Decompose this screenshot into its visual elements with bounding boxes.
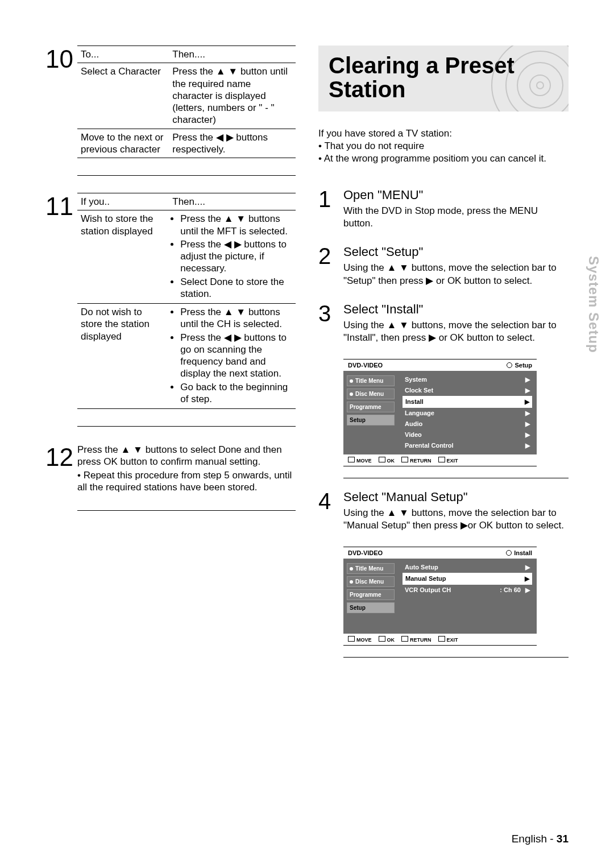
osd-left-item: Setup — [350, 605, 366, 611]
osd-left-item: Title Menu — [355, 565, 383, 572]
chevron-right-icon — [525, 376, 530, 383]
r-step-3: 3 Select "Install" Using the ▲ ▼ buttons… — [318, 302, 569, 344]
step-11: 11 If you.. Then.... Wish to store the s… — [45, 193, 296, 409]
li: Press the ◀ ▶ buttons to adjust the pict… — [180, 238, 292, 275]
disc-icon — [489, 46, 569, 111]
intro-bullet: At the wrong programme positiom you can … — [318, 152, 569, 165]
footer-lang: English - — [512, 833, 557, 845]
cell-then: Press the ▲ ▼ buttons until the CH is se… — [169, 304, 296, 409]
step11-table: If you.. Then.... Wish to store the stat… — [77, 193, 296, 409]
r-head: Select "Setup" — [343, 245, 569, 259]
chevron-right-icon — [525, 442, 530, 449]
step-12: 12 Press the ▲ ▼ buttons to select Done … — [45, 444, 296, 493]
step-number: 12 — [45, 444, 77, 493]
r-text: With the DVD in Stop mode, press the MEN… — [343, 205, 569, 230]
osd-crumb: Setup — [515, 362, 532, 369]
r-head: Select "Install" — [343, 302, 569, 317]
step-10: 10 To... Then.... Select a Character Pre… — [45, 46, 296, 158]
li: Press the ▲ ▼ buttons until the MFT is s… — [180, 213, 292, 237]
chevron-right-icon — [525, 398, 529, 406]
chevron-right-icon — [525, 410, 530, 417]
osd-right-menu: System Clock Set Install Language Audio … — [398, 371, 537, 454]
r-head: Select "Manual Setup" — [343, 490, 569, 505]
th-then: Then.... — [169, 193, 296, 210]
svg-point-3 — [530, 75, 550, 96]
osd-left-item: Disc Menu — [355, 578, 384, 585]
osd-menu-item: Video — [405, 431, 422, 439]
th-then: Then.... — [169, 46, 296, 63]
side-tab: System Setup — [586, 256, 601, 353]
cell-then: Press the ◀ ▶ buttons respectively. — [169, 129, 296, 158]
footer-page: 31 — [557, 833, 569, 845]
step-number: 4 — [318, 490, 343, 532]
osd-foot-item: OK — [387, 637, 395, 643]
chevron-right-icon — [525, 586, 530, 594]
r-text: Using the ▲ ▼ buttons, move the selectio… — [343, 262, 569, 287]
divider — [77, 175, 296, 176]
step10-table: To... Then.... Select a Character Press … — [77, 46, 296, 158]
chevron-right-icon — [525, 564, 530, 571]
th-to: To... — [77, 46, 169, 63]
osd-left-item: Disc Menu — [355, 391, 384, 397]
svg-point-2 — [517, 63, 563, 108]
th-if: If you.. — [77, 193, 169, 210]
chevron-right-icon — [525, 431, 530, 439]
page-footer: English - 31 — [512, 833, 569, 845]
osd-menu-item: VCR Output CH — [405, 586, 451, 594]
r-step-2: 2 Select "Setup" Using the ▲ ▼ buttons, … — [318, 245, 569, 287]
step-number: 3 — [318, 302, 343, 344]
svg-point-4 — [537, 82, 544, 89]
chevron-right-icon — [525, 420, 530, 428]
li: Select Done to store the station. — [180, 276, 292, 300]
step-number: 10 — [45, 46, 77, 158]
osd-menu-item: Language — [405, 410, 434, 417]
step12-line2: • Repeat this procedure from step 5 onwa… — [77, 469, 296, 494]
r-step-4: 4 Select "Manual Setup" Using the ▲ ▼ bu… — [318, 490, 569, 532]
osd-menu-item: Parental Control — [405, 442, 454, 449]
divider — [77, 510, 296, 511]
osd-setup-screenshot: DVD-VIDEO Setup Title Menu Disc Menu Pro… — [343, 359, 537, 466]
section-title-box: Clearing a Preset Station — [318, 46, 569, 111]
osd-menu-item: System — [405, 376, 427, 383]
osd-left-item: Setup — [350, 417, 366, 423]
svg-point-1 — [506, 51, 569, 111]
divider — [77, 426, 296, 427]
osd-menu-item: Auto Setup — [405, 564, 438, 571]
step-number: 11 — [45, 193, 77, 409]
divider — [343, 478, 569, 478]
step-number: 1 — [318, 188, 343, 230]
osd-left-item: Programme — [350, 592, 381, 598]
osd-foot-item: EXIT — [447, 458, 458, 464]
cell-to: Move to the next or previous character — [77, 129, 169, 158]
step12-line1: Press the ▲ ▼ buttons to select Done and… — [77, 444, 296, 468]
cell-then: Press the ▲ ▼ button until the required … — [169, 63, 296, 129]
osd-menu-item: Clock Set — [405, 387, 433, 394]
intro-line: If you have stored a TV station: — [318, 127, 569, 140]
circle-icon — [507, 362, 512, 368]
intro-bullet: That you do not require — [318, 140, 569, 152]
r-head: Open "MENU" — [343, 188, 569, 202]
r-step-1: 1 Open "MENU" With the DVD in Stop mode,… — [318, 188, 569, 230]
cell-to: Select a Character — [77, 63, 169, 129]
osd-value: : Ch 60 — [500, 586, 521, 594]
osd-menu-item: Install — [405, 398, 424, 406]
intro-text: If you have stored a TV station: That yo… — [318, 127, 569, 165]
r-text: Using the ▲ ▼ buttons, move the selectio… — [343, 507, 569, 532]
osd-menu-item: Audio — [405, 420, 422, 428]
chevron-right-icon — [525, 575, 529, 582]
osd-left-item: Programme — [350, 404, 381, 410]
osd-left-menu: Title Menu Disc Menu Programme Setup — [343, 559, 398, 634]
osd-foot-item: MOVE — [356, 458, 372, 464]
cell-if: Wish to store the station displayed — [77, 210, 169, 304]
osd-install-screenshot: DVD-VIDEO Install Title Menu Disc Menu P… — [343, 547, 537, 646]
osd-menu-item: Manual Setup — [405, 575, 446, 582]
osd-right-menu: Auto Setup Manual Setup VCR Output CH: C… — [398, 559, 537, 634]
osd-foot-item: RETURN — [410, 637, 432, 643]
cell-then: Press the ▲ ▼ buttons until the MFT is s… — [169, 210, 296, 304]
circle-icon — [506, 550, 512, 556]
osd-foot-item: RETURN — [410, 458, 432, 464]
chevron-right-icon — [525, 387, 530, 394]
osd-left-item: Title Menu — [355, 378, 383, 384]
osd-brand: DVD-VIDEO — [348, 362, 383, 369]
step-number: 2 — [318, 245, 343, 287]
